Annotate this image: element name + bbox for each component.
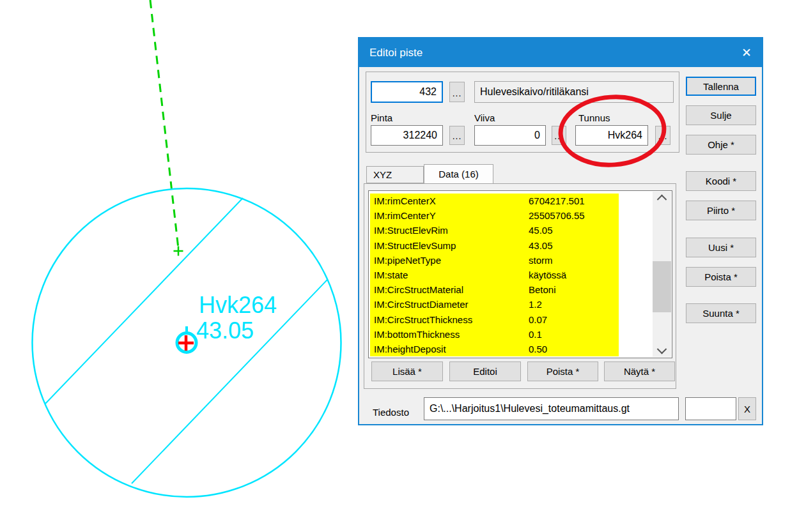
koodi-button[interactable]: Koodi * (686, 171, 756, 191)
code-browse-button[interactable]: ... (449, 82, 465, 102)
viiva-browse-button[interactable]: ... (552, 126, 566, 145)
list-item[interactable]: IM:StructElevSump43.05 (370, 238, 619, 253)
empty-field[interactable] (685, 397, 736, 420)
pinta-browse-button[interactable]: ... (449, 126, 465, 145)
list-item[interactable]: IM:rimCenterX6704217.501 (370, 194, 619, 208)
scroll-up-icon[interactable] (653, 192, 671, 204)
point-elevation-text: 43.05 (196, 317, 254, 344)
edit-point-dialog: Editoi piste ✕ 432 ... Hulevesikaivo/rit… (358, 37, 763, 425)
pinta-input[interactable]: 312240 (371, 125, 443, 146)
list-item[interactable]: IM:bottomThickness0.1 (370, 327, 619, 342)
scrollbar-thumb[interactable] (653, 261, 671, 312)
lisaa-button[interactable]: Lisää * (371, 361, 443, 381)
clear-file-button[interactable]: X (738, 397, 756, 420)
list-item[interactable]: IM:CircStructDiameter1.2 (370, 297, 619, 312)
code-name-field: Hulevesikaivo/ritiläkansi (474, 81, 674, 103)
tab-data[interactable]: Data (16) (424, 164, 493, 184)
sulje-button[interactable]: Sulje (686, 105, 756, 125)
uusi-button[interactable]: Uusi * (686, 238, 756, 257)
poista-point-button[interactable]: Poista * (686, 267, 756, 287)
tab-xyz[interactable]: XYZ (366, 166, 424, 183)
tunnus-label: Tunnus (578, 112, 610, 123)
editoi-button[interactable]: Editoi (449, 361, 521, 381)
list-item[interactable]: IM:statekäytössä (370, 268, 619, 282)
viiva-input[interactable]: 0 (474, 125, 546, 146)
list-item[interactable]: IM:rimCenterY25505706.55 (370, 208, 619, 223)
list-item[interactable]: IM:heightDeposit0.50 (370, 342, 619, 356)
list-item[interactable]: IM:StructElevRim45.05 (370, 223, 619, 238)
dialog-titlebar[interactable]: Editoi piste (359, 38, 762, 67)
piirto-button[interactable]: Piirto * (686, 201, 756, 220)
list-scrollbar[interactable] (653, 192, 671, 357)
list-item[interactable]: IM:CircStructThickness0.07 (370, 312, 619, 327)
viiva-label: Viiva (474, 112, 495, 123)
attribute-list[interactable]: IM:rimCenterX6704217.501 IM:rimCenterY25… (368, 190, 672, 358)
suunta-button[interactable]: Suunta * (686, 303, 756, 323)
tunnus-input[interactable]: Hvk264 (575, 125, 648, 146)
app-stage: Hvk264 43.05 Editoi piste ✕ 432 ... Hule… (0, 0, 806, 532)
list-item[interactable]: IM:pipeNetTypestorm (370, 253, 619, 268)
tunnus-browse-button[interactable]: ... (655, 126, 670, 145)
close-icon[interactable]: ✕ (731, 38, 762, 67)
list-item[interactable]: IM:CircStructMaterialBetoni (370, 282, 619, 297)
pinta-label: Pinta (371, 112, 392, 123)
code-number-input[interactable]: 432 (371, 81, 443, 103)
dialog-title: Editoi piste (369, 47, 422, 59)
ohje-button[interactable]: Ohje * (686, 135, 756, 155)
scroll-down-icon[interactable] (653, 345, 671, 357)
tallenna-button[interactable]: Tallenna (686, 77, 756, 96)
nayta-button[interactable]: Näytä * (604, 361, 675, 381)
point-label-text: Hvk264 (199, 292, 277, 318)
file-path-field[interactable]: G:\...\Harjoitus1\Hulevesi_toteumamittau… (424, 397, 679, 420)
attribute-rows: IM:rimCenterX6704217.501 IM:rimCenterY25… (370, 194, 619, 356)
tiedosto-label: Tiedosto (373, 407, 409, 418)
pipe-dashed-line (150, 0, 178, 248)
poista-attr-button[interactable]: Poista * (527, 361, 598, 381)
